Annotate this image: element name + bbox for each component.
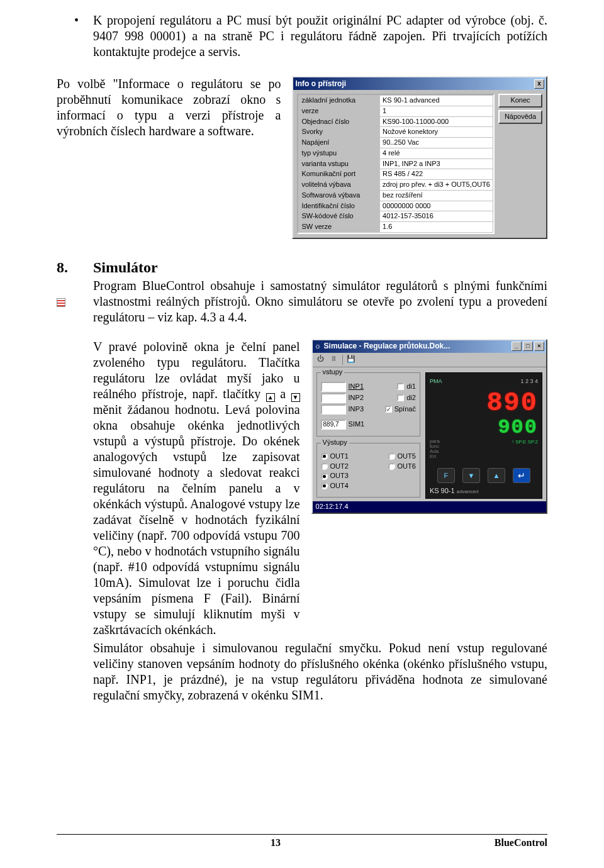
txt-part-2: a [280, 387, 291, 401]
info-key: verze [299, 106, 380, 116]
inp1-input[interactable] [321, 382, 346, 392]
info-key: Objednací číslo [299, 116, 380, 127]
section-title: Simulátor [93, 258, 547, 277]
para-after-bullet: Po volbě "Informace o regulátoru se po p… [57, 76, 292, 239]
napoveda-button[interactable]: Nápověda [498, 110, 542, 124]
info-val: bez rozšíření [380, 190, 493, 201]
out3-label: OUT3 [330, 472, 349, 481]
info-key: Svorky [299, 127, 380, 138]
led-labels: 1 2 3 4 [520, 378, 538, 385]
page-footer: 13 BlueControl [57, 834, 547, 849]
sim-window: ☼ Simulace - Regulace průtoku.Dok... _ □… [311, 339, 547, 514]
info-key: SW-kódové číslo [299, 211, 380, 222]
konec-button[interactable]: Konec [498, 94, 542, 108]
info-val: zdroj pro přev. + di3 + OUT5,OUT6 [380, 180, 493, 191]
section-intro: Program BlueControl obsahuje i samostatn… [93, 278, 547, 325]
pause-icon[interactable]: II [329, 355, 339, 365]
page-number: 13 [271, 837, 281, 849]
di1-label: di1 [406, 382, 416, 391]
out6-radio[interactable] [388, 463, 395, 470]
out1-radio[interactable] [321, 453, 328, 460]
vstupy-group: vstupy INP1 di1 INP [316, 372, 420, 437]
inp2-input[interactable] [321, 393, 346, 403]
toolbar-sep [342, 355, 343, 365]
info-val: KS 90-1 advanced [380, 96, 493, 106]
info-key: Komunikační port [299, 169, 380, 180]
down-icon: ▼ [291, 393, 300, 402]
info-val: INP1, INP2 a INP3 [380, 159, 493, 169]
info-table: základní jednotkaKS 90-1 advancedverze1O… [297, 94, 495, 234]
sim-title: Simulace - Regulace průtoku.Dok... [324, 342, 512, 351]
maximize-icon[interactable]: □ [523, 342, 533, 351]
info-val: 1.6 [380, 222, 493, 233]
inp3-label: INP3 [349, 405, 364, 414]
section-number: 8. [57, 258, 93, 638]
enter-button[interactable]: ↵ [513, 468, 530, 483]
inp2-label: INP2 [349, 394, 364, 403]
out2-radio[interactable] [321, 463, 328, 470]
info-key: volitelná výbava [299, 180, 380, 191]
sim1-label: SIM1 [349, 420, 365, 429]
info-val: 1 [380, 106, 493, 116]
txt-part-3: měnit žádanou hodnotu. Levá polovina okn… [93, 403, 300, 637]
product-name: BlueControl [495, 837, 547, 849]
simulator-icon [57, 298, 65, 307]
out5-label: OUT5 [398, 452, 416, 461]
info-key: Napájení [299, 138, 380, 148]
info-val: 4012-157-35016 [380, 211, 493, 222]
model-adv: advanced [457, 489, 479, 494]
sim1-value: 889,7 [321, 420, 346, 430]
di3-checkbox[interactable]: ✓ [385, 406, 392, 413]
info-key: typ výstupu [299, 148, 380, 159]
sim-title-icon: ☼ [315, 342, 322, 351]
di2-checkbox[interactable] [397, 394, 404, 401]
down-button[interactable]: ▼ [462, 468, 480, 483]
display-big: 890 [430, 390, 538, 416]
close-icon[interactable]: × [534, 342, 544, 351]
power-icon[interactable]: ⏻ [316, 355, 326, 365]
side-labels: para func Ada Err [430, 439, 440, 459]
info-key: varianta vstupu [299, 159, 380, 169]
info-val: 4 relé [380, 148, 493, 159]
vystupy-group: Výstupy OUT1 OUT5 O [316, 443, 420, 498]
sp-labels: ↑ SP.E SP.2 [512, 439, 538, 459]
minimize-icon[interactable]: _ [512, 342, 522, 351]
di1-checkbox[interactable] [397, 383, 404, 390]
info-val: 90..250 Vac [380, 138, 493, 148]
pma-label: PMA [430, 378, 442, 385]
up-button[interactable]: ▲ [488, 468, 505, 483]
info-window: Info o přístroji x základní jednotkaKS 9… [292, 76, 547, 239]
info-key: Softwarová výbava [299, 190, 380, 201]
info-key: SW verze [299, 222, 380, 233]
section-left-text: V pravé polovině okna je čelní panel zvo… [93, 339, 311, 638]
info-title: Info o přístroji [295, 79, 534, 89]
up-icon: ▲ [266, 393, 275, 402]
bullet-icon: • [74, 13, 93, 60]
close-icon[interactable]: x [534, 79, 544, 89]
out6-label: OUT6 [398, 462, 416, 471]
display-small: 900 [430, 418, 538, 438]
info-key: základní jednotka [299, 96, 380, 106]
device-panel: PMA 1 2 3 4 890 900 para func Ada Err ↑ … [425, 372, 542, 499]
section-after-text: Simulátor obsahuje i simulovanou regulač… [93, 640, 547, 703]
sim-titlebar: ☼ Simulace - Regulace průtoku.Dok... _ □… [313, 340, 546, 353]
out4-label: OUT4 [330, 482, 349, 491]
f-button[interactable]: F [437, 468, 455, 483]
vystupy-legend: Výstupy [321, 438, 349, 447]
out5-radio[interactable] [388, 453, 395, 460]
bullet-text: K propojení regulátoru a PC musí být pou… [93, 13, 547, 60]
txt-part-1: V pravé polovině okna je čelní panel zvo… [93, 340, 300, 401]
out4-radio[interactable] [321, 482, 328, 489]
save-icon[interactable]: 💾 [346, 355, 356, 365]
spinac-label: Spínač [394, 405, 416, 414]
inp1-label: INP1 [349, 382, 364, 391]
vstupy-legend: vstupy [321, 368, 345, 377]
info-titlebar: Info o přístroji x [293, 77, 546, 90]
sim-toolbar: ⏻ II 💾 [313, 353, 546, 367]
info-key: Identifikační číslo [299, 201, 380, 211]
out1-label: OUT1 [330, 452, 349, 461]
out3-radio[interactable] [321, 473, 328, 480]
inp3-input[interactable] [321, 404, 346, 415]
di2-label: di2 [406, 394, 416, 403]
info-val: Nožové konektory [380, 127, 493, 138]
